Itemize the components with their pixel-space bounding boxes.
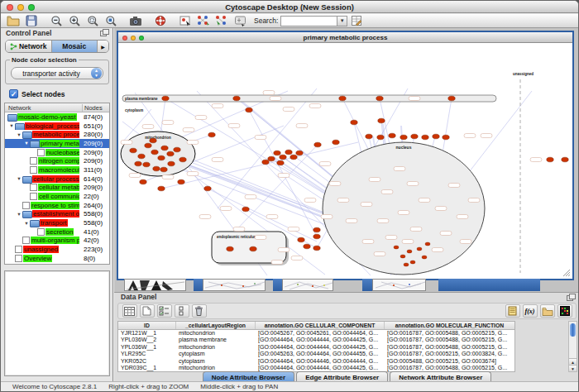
disclosure-triangle-icon[interactable]: ▼ <box>8 123 15 128</box>
minimized-window[interactable] <box>282 279 333 291</box>
node-color-dropdown[interactable]: transporter activity ▲▼ <box>11 67 103 79</box>
blank-page-icon <box>142 306 151 316</box>
tree-col-network: Network <box>5 104 82 112</box>
search-dropdown-button[interactable]: ▼ <box>337 16 347 26</box>
matrix-view-button[interactable] <box>557 304 572 318</box>
network-view-window[interactable]: primary metabolic process nucleus mitoch… <box>117 31 574 280</box>
zoom-fit-button[interactable] <box>103 14 119 27</box>
apply-vizmap-button[interactable] <box>213 14 230 27</box>
attribute-batch-editor-button[interactable] <box>505 304 520 318</box>
tree-row[interactable]: multi-organism pro42(0) <box>5 237 109 246</box>
status-pan-hint: Middle-click + drag to PAN <box>200 383 278 390</box>
disclosure-triangle-icon[interactable]: ▼ <box>16 212 22 217</box>
open-folder-icon <box>7 15 20 26</box>
tree-row[interactable]: cell communicat22(0) <box>5 192 109 201</box>
status-welcome: Welcome to Cytoscape 2.8.1 <box>12 383 97 390</box>
table-row[interactable]: YLR295Ccytoplasm[GO:0045263, GO:0044464,… <box>118 351 514 358</box>
minimized-window-titlebar[interactable] <box>362 279 372 291</box>
minimized-window-titlebar[interactable] <box>273 279 282 291</box>
tab-overflow-arrow[interactable]: ▶ <box>98 41 108 52</box>
tab-mosaic-label: Mosaic <box>62 42 86 50</box>
tree-row[interactable]: ▼cellular process614(0) <box>5 174 109 184</box>
network-window-title: primary metabolic process <box>118 34 572 41</box>
new-attribute-button[interactable] <box>140 304 155 318</box>
zoom-selected-region-button[interactable] <box>84 14 101 27</box>
search-input[interactable] <box>280 16 337 26</box>
scrollbar-thumb[interactable] <box>570 323 576 337</box>
minimized-window[interactable] <box>372 279 426 291</box>
file-icon <box>37 228 45 236</box>
disclosure-triangle-icon[interactable]: ▼ <box>23 221 30 226</box>
plasma-membrane-region <box>122 95 496 102</box>
folder-icon <box>30 141 39 146</box>
file-icon <box>15 246 22 253</box>
attribute-table-header[interactable]: ID _cellularLayoutRegion annotation.GO C… <box>118 322 514 330</box>
table-row[interactable]: YJR121W__1mitochondrion[GO:0045267, GO:0… <box>118 330 514 337</box>
table-vertical-scrollbar[interactable]: ▲ ▼ <box>568 321 577 372</box>
minimized-window[interactable] <box>203 279 266 291</box>
file-icon <box>37 149 45 156</box>
tree-row[interactable]: unassigned223(0) <box>5 245 109 254</box>
select-mode-button[interactable] <box>232 14 248 27</box>
tree-row[interactable]: nitrogen compo209(0) <box>5 156 109 165</box>
scroll-up-arrow-icon[interactable]: ▲ <box>569 358 577 365</box>
disclosure-triangle-icon[interactable]: ▼ <box>23 141 30 146</box>
attribute-table-button[interactable] <box>122 304 137 318</box>
table-row[interactable]: YKR052Ccytoplasm[GO:0044464, GO:0044446,… <box>118 358 514 366</box>
tree-row[interactable]: ▼metabolic process280(0) <box>5 130 109 139</box>
zoom-out-button[interactable] <box>48 14 65 27</box>
annotation-button[interactable] <box>177 14 194 27</box>
control-panel-tabs: Network Mosaic ▶ <box>5 40 109 53</box>
window-title: Cytoscape Desktop (New Session) <box>1 2 578 12</box>
tree-row[interactable]: cellular metabo209(0) <box>5 184 109 193</box>
tab-network[interactable]: Network <box>6 41 52 52</box>
birds-eye-view[interactable] <box>4 270 110 376</box>
delete-attribute-button[interactable] <box>192 304 207 318</box>
data-panel-toolbar: f(x) <box>117 303 577 319</box>
open-session-button[interactable] <box>5 14 22 27</box>
matrix-icon <box>560 306 570 316</box>
minimized-window-titlebar[interactable] <box>438 279 540 291</box>
network-tree: Network Nodes mosaic-demo-yeast874(0) ▼b… <box>4 103 110 265</box>
tree-row[interactable]: nucleobase-209(0) <box>5 148 109 157</box>
select-attributes-button[interactable] <box>157 304 172 318</box>
tree-row[interactable]: ▼establishment of lo558(0) <box>5 210 109 219</box>
folder-icon <box>22 211 31 217</box>
float-panel-icon[interactable] <box>100 29 109 36</box>
network-canvas[interactable]: nucleus mitochondrion plasma membrane cy… <box>118 43 572 279</box>
tree-row[interactable]: response to stimulu264(0) <box>5 201 109 210</box>
export-image-button[interactable] <box>127 14 144 27</box>
save-session-button[interactable] <box>23 14 40 27</box>
import-attributes-button[interactable] <box>540 304 555 318</box>
function-builder-button[interactable]: f(x) <box>523 304 538 318</box>
scroll-down-arrow-icon[interactable]: ▼ <box>569 365 577 371</box>
tree-row[interactable]: ▼transport558(0) <box>5 218 109 227</box>
minimized-window-titlebar[interactable] <box>194 279 203 291</box>
node-color-selection-label: Node color selection <box>10 56 79 64</box>
tree-row[interactable]: macromolecule311(0) <box>5 165 109 174</box>
disclosure-triangle-icon[interactable]: ▼ <box>16 176 22 181</box>
advanced-search-button[interactable] <box>348 14 365 27</box>
tree-row[interactable]: mosaic-demo-yeast874(0) <box>5 112 109 122</box>
tree-row[interactable]: secretion41(0) <box>5 227 109 237</box>
disclosure-triangle-icon[interactable]: ▼ <box>16 132 22 137</box>
folder-icon <box>22 131 31 137</box>
folder-icon <box>7 114 17 120</box>
import-network-button[interactable] <box>195 14 212 27</box>
tree-header: Network Nodes <box>5 103 109 112</box>
network-arrow-icon <box>215 15 228 26</box>
minimized-window[interactable] <box>124 279 186 291</box>
tree-row[interactable]: ▼biological_process651(0) <box>5 122 109 131</box>
table-row[interactable]: YPL036W__1mitochondrion[GO:0044464, GO:0… <box>118 344 514 351</box>
float-panel-icon[interactable] <box>567 294 576 301</box>
tree-row[interactable]: Overview8(0) <box>5 254 109 263</box>
zoom-in-button[interactable] <box>66 14 83 27</box>
filter-table-icon <box>351 15 362 26</box>
tree-row-selected[interactable]: ▼primary metabolic process209(0) <box>5 139 109 148</box>
table-row[interactable]: YPL036W__2plasma membrane[GO:0044464, GO… <box>118 337 514 344</box>
folder-icon <box>22 176 31 182</box>
help-button[interactable] <box>152 14 169 27</box>
unselect-attributes-button[interactable] <box>175 304 189 318</box>
tab-mosaic[interactable]: Mosaic <box>52 41 98 52</box>
select-nodes-checkbox[interactable]: ✓ <box>9 89 18 98</box>
